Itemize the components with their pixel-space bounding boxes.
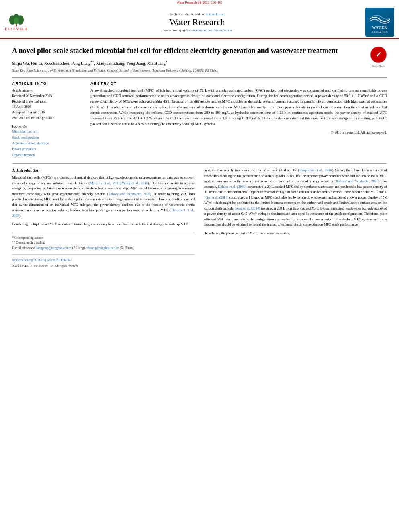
right-para-2: To enhance the power output of MFC, the …	[204, 231, 387, 236]
svg-point-4	[14, 17, 19, 24]
ref-dekker[interactable]: Dekker et al. (2009)	[218, 185, 247, 189]
keyword-5: Organic removal	[12, 152, 82, 158]
keywords-section: Keywords: Microbial fuel cell Stack conf…	[12, 125, 82, 158]
footnote-1: * Corresponding author.	[12, 236, 195, 241]
water-research-badge: WATER RESEARCH	[365, 8, 394, 37]
ref-rabaey-2[interactable]: Rabaey and Verstraete, 2005	[336, 179, 378, 183]
article-info-heading: ARTICLE INFO	[12, 82, 82, 86]
page: Water Research 98 (2016) 396–403 ELSEVIE…	[0, 0, 399, 532]
body-right-col: systems than merely increasing the size …	[204, 168, 387, 269]
authors-text: Shijia Wu, Hui Li, Xuechen Zhou, Peng Li…	[12, 61, 167, 66]
science-direct-notice: Contents lists available at ScienceDirec…	[33, 12, 361, 16]
water-waves-icon	[370, 11, 390, 25]
keyword-1: Microbial fuel cell	[12, 129, 82, 134]
available-date: Available online 20 April 2016	[12, 115, 82, 121]
footnote-2: ** Corresponding author.	[12, 240, 195, 246]
right-para-1: systems than merely increasing the size …	[204, 168, 387, 227]
science-direct-link[interactable]: ScienceDirect	[206, 12, 225, 16]
citation-text: Water Research 98 (2016) 396–403	[177, 1, 222, 4]
body-content: 1. Introduction Microbial fuel cells (MF…	[12, 163, 387, 269]
ref-feng[interactable]: Feng et al. (2014)	[235, 206, 260, 210]
section-number: 1.	[12, 168, 15, 173]
ref-kim[interactable]: Kim et al. (2011)	[204, 195, 228, 199]
svg-text:✓: ✓	[376, 51, 382, 59]
article-info-abstract: ARTICLE INFO Article history: Received 2…	[12, 77, 387, 158]
journal-homepage: journal homepage: www.elsevier.com/locat…	[33, 28, 361, 32]
keyword-4: Power generation	[12, 146, 82, 152]
article-authors: Shijia Wu, Hui Li, Xuechen Zhou, Peng Li…	[12, 60, 387, 66]
ref-clauwaert[interactable]: Clauwaert et al., 2008	[12, 208, 195, 217]
issn-text: 0043-1354/© 2016 Elsevier Ltd. All right…	[12, 264, 195, 269]
article-title: A novel pilot-scale stacked microbial fu…	[12, 46, 387, 55]
section-title-text: Introduction	[16, 168, 39, 173]
elsevier-tree-icon	[5, 14, 29, 27]
abstract-text: A novel stacked microbial fuel cell (MFC…	[90, 88, 387, 127]
intro-para-2: Combining multiple small MFC modules to …	[12, 222, 195, 227]
received-date: Received 26 November 2015	[12, 93, 82, 99]
ref-mccarty[interactable]: McCarty et al., 2011; Wang et al., 2015	[90, 181, 148, 185]
email2-link[interactable]: zhuang@tsinghua.edu.cn	[86, 246, 119, 250]
journal-header: ELSEVIER Contents lists available at Sci…	[0, 5, 399, 39]
keyword-2: Stack configuration	[12, 135, 82, 140]
keyword-3: Activated carbon electrode	[12, 140, 82, 146]
article-info-col: ARTICLE INFO Article history: Received 2…	[12, 82, 82, 158]
intro-para-1: Microbial fuel cells (MFCs) are bioelect…	[12, 175, 195, 218]
journal-title: Water Research	[33, 17, 361, 27]
received-revised-date: 16 April 2016	[12, 104, 82, 110]
keywords-label: Keywords:	[12, 125, 82, 129]
elsevier-brand: ELSEVIER	[5, 27, 27, 31]
copyright: © 2016 Elsevier Ltd. All rights reserved…	[90, 130, 387, 134]
intro-section-title: 1. Introduction	[12, 168, 195, 173]
crossmark-badge[interactable]: ✓ CrossMark	[370, 46, 387, 68]
email-label: E-mail addresses:	[12, 246, 35, 250]
ref-rabaey-1[interactable]: Rabaey and Verstraete, 2005	[108, 192, 150, 196]
email1-name: (P. Liang),	[72, 246, 86, 250]
journal-center: Contents lists available at ScienceDirec…	[29, 12, 365, 32]
received-revised-label: Received in revised form	[12, 99, 82, 105]
badge-title: WATER	[372, 25, 387, 29]
email-line: E-mail addresses: liangpeng@tsinghua.edu…	[12, 246, 195, 251]
elsevier-logo: ELSEVIER	[5, 14, 29, 31]
article-history: Article history: Received 26 November 20…	[12, 88, 82, 121]
body-left-col: 1. Introduction Microbial fuel cells (MF…	[12, 168, 195, 269]
article-affiliation: State Key Joint Laboratory of Environmen…	[12, 68, 387, 73]
email1-link[interactable]: liangpeng@tsinghua.edu.cn	[36, 246, 72, 250]
doi-link[interactable]: http://dx.doi.org/10.1016/j.watres.2016.…	[12, 258, 72, 262]
footnote-section: * Corresponding author. ** Corresponding…	[12, 233, 195, 269]
homepage-label: journal homepage:	[162, 28, 187, 32]
body-two-col: 1. Introduction Microbial fuel cells (MF…	[12, 168, 387, 269]
ref-ieropoulos[interactable]: Ieropoulos et al., 2008	[299, 168, 332, 172]
homepage-link[interactable]: www.elsevier.com/locate/watres	[188, 28, 232, 32]
article-container: ✓ CrossMark A novel pilot-scale stacked …	[0, 39, 399, 273]
top-citation: Water Research 98 (2016) 396–403	[0, 0, 399, 5]
crossmark-icon: ✓	[370, 46, 387, 63]
history-label: Article history:	[12, 88, 82, 94]
badge-subtitle: RESEARCH	[372, 30, 388, 33]
doi-section: http://dx.doi.org/10.1016/j.watres.2016.…	[12, 258, 195, 263]
science-direct-prefix: Contents lists available at	[170, 12, 206, 16]
abstract-col: ABSTRACT A novel stacked microbial fuel …	[90, 82, 387, 158]
accepted-date: Accepted 18 April 2016	[12, 110, 82, 115]
abstract-heading: ABSTRACT	[90, 82, 387, 86]
email2-name: (X. Huang).	[120, 246, 135, 250]
